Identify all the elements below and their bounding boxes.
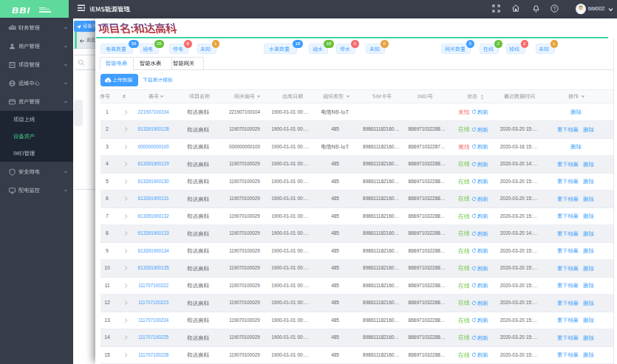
svg-text:?: ? [553,5,556,10]
